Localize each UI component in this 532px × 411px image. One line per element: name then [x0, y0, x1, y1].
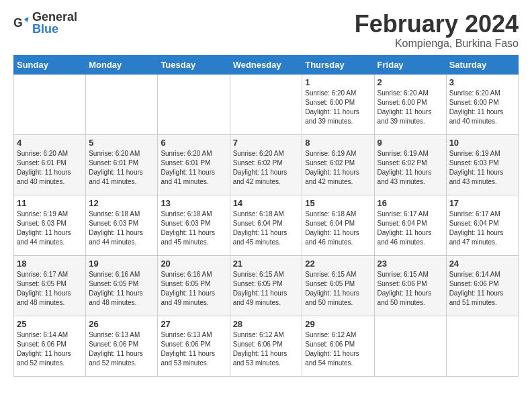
- day-number: 18: [17, 259, 83, 269]
- day-number: 22: [305, 259, 371, 269]
- week-row-4: 18Sunrise: 6:17 AM Sunset: 6:05 PM Dayli…: [14, 255, 519, 316]
- day-number: 4: [17, 138, 83, 148]
- week-row-1: 1Sunrise: 6:20 AM Sunset: 6:00 PM Daylig…: [14, 74, 519, 134]
- day-info: Sunrise: 6:18 AM Sunset: 6:03 PM Dayligh…: [89, 210, 154, 247]
- col-header-sunday: Sunday: [14, 55, 86, 74]
- calendar-cell: 5Sunrise: 6:20 AM Sunset: 6:01 PM Daylig…: [86, 134, 158, 195]
- col-header-thursday: Thursday: [302, 55, 374, 74]
- day-number: 5: [89, 138, 154, 148]
- calendar-cell: 19Sunrise: 6:16 AM Sunset: 6:05 PM Dayli…: [86, 255, 158, 316]
- calendar-cell: 15Sunrise: 6:18 AM Sunset: 6:04 PM Dayli…: [302, 195, 374, 255]
- day-info: Sunrise: 6:20 AM Sunset: 6:00 PM Dayligh…: [378, 89, 443, 126]
- calendar-cell: 17Sunrise: 6:17 AM Sunset: 6:04 PM Dayli…: [446, 195, 518, 255]
- page-header: G General Blue February 2024 Kompienga, …: [13, 11, 519, 50]
- col-header-wednesday: Wednesday: [230, 55, 302, 74]
- day-info: Sunrise: 6:17 AM Sunset: 6:04 PM Dayligh…: [449, 210, 515, 247]
- calendar-cell: [86, 74, 158, 134]
- calendar-cell: 16Sunrise: 6:17 AM Sunset: 6:04 PM Dayli…: [374, 195, 446, 255]
- day-number: 21: [233, 259, 300, 269]
- calendar-cell: [14, 74, 86, 134]
- day-number: 3: [449, 77, 515, 87]
- title-area: February 2024 Kompienga, Burkina Faso: [355, 11, 519, 50]
- day-info: Sunrise: 6:12 AM Sunset: 6:06 PM Dayligh…: [233, 330, 300, 368]
- day-number: 19: [89, 259, 154, 269]
- day-info: Sunrise: 6:16 AM Sunset: 6:05 PM Dayligh…: [89, 270, 154, 308]
- day-info: Sunrise: 6:13 AM Sunset: 6:06 PM Dayligh…: [161, 330, 226, 368]
- calendar-cell: 3Sunrise: 6:20 AM Sunset: 6:00 PM Daylig…: [446, 74, 518, 134]
- calendar-cell: 26Sunrise: 6:13 AM Sunset: 6:06 PM Dayli…: [86, 316, 158, 376]
- day-info: Sunrise: 6:20 AM Sunset: 6:01 PM Dayligh…: [17, 149, 83, 187]
- day-info: Sunrise: 6:19 AM Sunset: 6:03 PM Dayligh…: [17, 210, 83, 247]
- calendar-cell: 10Sunrise: 6:19 AM Sunset: 6:03 PM Dayli…: [446, 134, 518, 195]
- day-number: 7: [233, 138, 300, 148]
- day-number: 14: [233, 198, 300, 208]
- calendar-cell: 22Sunrise: 6:15 AM Sunset: 6:05 PM Dayli…: [302, 255, 374, 316]
- calendar-cell: [446, 316, 518, 376]
- day-info: Sunrise: 6:18 AM Sunset: 6:03 PM Dayligh…: [161, 210, 226, 247]
- calendar-cell: 2Sunrise: 6:20 AM Sunset: 6:00 PM Daylig…: [374, 74, 446, 134]
- calendar-body: 1Sunrise: 6:20 AM Sunset: 6:00 PM Daylig…: [14, 74, 519, 376]
- calendar-cell: 11Sunrise: 6:19 AM Sunset: 6:03 PM Dayli…: [14, 195, 86, 255]
- day-number: 27: [161, 319, 226, 329]
- logo-icon: G: [13, 15, 30, 31]
- calendar-cell: 6Sunrise: 6:20 AM Sunset: 6:01 PM Daylig…: [158, 134, 230, 195]
- logo-text-blue: Blue: [32, 23, 77, 35]
- col-header-saturday: Saturday: [446, 55, 518, 74]
- calendar-cell: 25Sunrise: 6:14 AM Sunset: 6:06 PM Dayli…: [14, 316, 86, 376]
- day-number: 12: [89, 198, 154, 208]
- calendar-cell: 13Sunrise: 6:18 AM Sunset: 6:03 PM Dayli…: [158, 195, 230, 255]
- calendar-cell: 12Sunrise: 6:18 AM Sunset: 6:03 PM Dayli…: [86, 195, 158, 255]
- day-number: 8: [305, 138, 371, 148]
- calendar-cell: 1Sunrise: 6:20 AM Sunset: 6:00 PM Daylig…: [302, 74, 374, 134]
- day-number: 13: [161, 198, 226, 208]
- calendar-table: SundayMondayTuesdayWednesdayThursdayFrid…: [13, 55, 519, 377]
- day-number: 26: [89, 319, 154, 329]
- day-info: Sunrise: 6:14 AM Sunset: 6:06 PM Dayligh…: [17, 330, 83, 368]
- day-info: Sunrise: 6:19 AM Sunset: 6:02 PM Dayligh…: [378, 149, 443, 187]
- day-info: Sunrise: 6:12 AM Sunset: 6:06 PM Dayligh…: [305, 330, 371, 368]
- day-info: Sunrise: 6:14 AM Sunset: 6:06 PM Dayligh…: [449, 270, 515, 308]
- day-number: 6: [161, 138, 226, 148]
- day-number: 9: [378, 138, 443, 148]
- week-row-5: 25Sunrise: 6:14 AM Sunset: 6:06 PM Dayli…: [14, 316, 519, 376]
- day-number: 17: [449, 198, 515, 208]
- calendar-cell: 4Sunrise: 6:20 AM Sunset: 6:01 PM Daylig…: [14, 134, 86, 195]
- day-info: Sunrise: 6:16 AM Sunset: 6:05 PM Dayligh…: [161, 270, 226, 308]
- day-number: 20: [161, 259, 226, 269]
- day-number: 10: [449, 138, 515, 148]
- svg-text:G: G: [13, 16, 23, 30]
- svg-marker-1: [24, 17, 28, 22]
- page-title: February 2024: [355, 11, 519, 38]
- calendar-cell: [230, 74, 302, 134]
- day-number: 23: [378, 259, 443, 269]
- calendar-cell: 20Sunrise: 6:16 AM Sunset: 6:05 PM Dayli…: [158, 255, 230, 316]
- page-subtitle: Kompienga, Burkina Faso: [355, 38, 519, 50]
- day-info: Sunrise: 6:20 AM Sunset: 6:02 PM Dayligh…: [233, 149, 300, 187]
- calendar-cell: 29Sunrise: 6:12 AM Sunset: 6:06 PM Dayli…: [302, 316, 374, 376]
- calendar-cell: 7Sunrise: 6:20 AM Sunset: 6:02 PM Daylig…: [230, 134, 302, 195]
- day-info: Sunrise: 6:20 AM Sunset: 6:00 PM Dayligh…: [449, 89, 515, 126]
- day-number: 29: [305, 319, 371, 329]
- calendar-cell: 14Sunrise: 6:18 AM Sunset: 6:04 PM Dayli…: [230, 195, 302, 255]
- calendar-cell: 28Sunrise: 6:12 AM Sunset: 6:06 PM Dayli…: [230, 316, 302, 376]
- calendar-cell: 24Sunrise: 6:14 AM Sunset: 6:06 PM Dayli…: [446, 255, 518, 316]
- day-info: Sunrise: 6:17 AM Sunset: 6:04 PM Dayligh…: [378, 210, 443, 247]
- day-info: Sunrise: 6:17 AM Sunset: 6:05 PM Dayligh…: [17, 270, 83, 308]
- day-info: Sunrise: 6:15 AM Sunset: 6:06 PM Dayligh…: [378, 270, 443, 308]
- week-row-3: 11Sunrise: 6:19 AM Sunset: 6:03 PM Dayli…: [14, 195, 519, 255]
- week-row-2: 4Sunrise: 6:20 AM Sunset: 6:01 PM Daylig…: [14, 134, 519, 195]
- day-number: 2: [378, 77, 443, 87]
- calendar-header: SundayMondayTuesdayWednesdayThursdayFrid…: [14, 55, 519, 74]
- col-header-friday: Friday: [374, 55, 446, 74]
- logo-text-general: General: [32, 11, 77, 23]
- day-info: Sunrise: 6:18 AM Sunset: 6:04 PM Dayligh…: [305, 210, 371, 247]
- col-header-monday: Monday: [86, 55, 158, 74]
- day-number: 16: [378, 198, 443, 208]
- calendar-cell: 23Sunrise: 6:15 AM Sunset: 6:06 PM Dayli…: [374, 255, 446, 316]
- header-row: SundayMondayTuesdayWednesdayThursdayFrid…: [14, 55, 519, 74]
- day-info: Sunrise: 6:19 AM Sunset: 6:02 PM Dayligh…: [305, 149, 371, 187]
- col-header-tuesday: Tuesday: [158, 55, 230, 74]
- day-number: 1: [305, 77, 371, 87]
- calendar-cell: 18Sunrise: 6:17 AM Sunset: 6:05 PM Dayli…: [14, 255, 86, 316]
- day-info: Sunrise: 6:19 AM Sunset: 6:03 PM Dayligh…: [449, 149, 515, 187]
